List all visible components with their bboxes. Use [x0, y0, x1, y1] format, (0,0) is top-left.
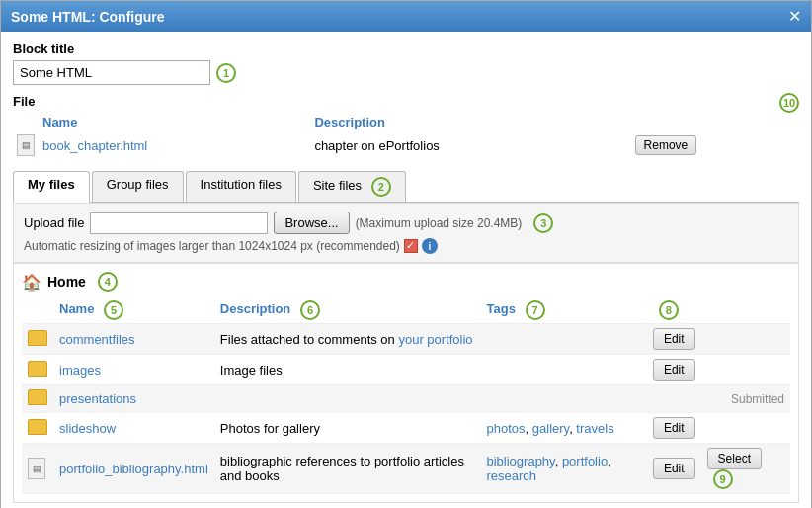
dialog-titlebar: Some HTML: Configure ✕: [1, 1, 811, 32]
step-6-indicator: 6: [300, 300, 320, 320]
resize-checkbox[interactable]: [404, 239, 418, 253]
step-7-indicator: 7: [526, 300, 545, 320]
item-tags: [481, 355, 647, 385]
item-tags: [481, 324, 647, 355]
tab-site-files[interactable]: Site files 2: [298, 171, 406, 202]
col-description: Description 6: [214, 297, 481, 324]
step-2-indicator: 2: [371, 177, 391, 197]
tag-link[interactable]: photos: [487, 421, 526, 436]
upload-section: Upload file Browse... (Maximum upload si…: [13, 203, 799, 263]
step-10-indicator: 10: [779, 93, 799, 113]
step-1-indicator: 1: [216, 63, 236, 83]
files-table: Name 5 Description 6 Tags 7 8: [22, 297, 790, 494]
tab-institution-files[interactable]: Institution files: [186, 171, 296, 202]
tag-link[interactable]: research: [487, 468, 537, 483]
col-name: Name 5: [53, 297, 214, 324]
item-description: Photos for gallery: [214, 413, 481, 444]
home-header: 🏠 Home 4: [22, 272, 790, 292]
upload-file-input[interactable]: [90, 212, 268, 234]
file-label: File: [13, 94, 35, 109]
dialog-body: Block title 1 File 10 Name Description: [1, 32, 811, 508]
max-size-text: (Maximum upload size 20.4MB): [356, 216, 523, 230]
select-button[interactable]: Select: [707, 448, 762, 469]
file-section: File 10 Name Description ▤ book_chapter.…: [13, 93, 799, 159]
item-description: bibliographic references to portfolio ar…: [214, 444, 481, 494]
tag-link[interactable]: portfolio: [562, 454, 608, 468]
item-description: [214, 385, 481, 413]
home-label: Home: [47, 274, 86, 290]
step-9-indicator: 9: [713, 469, 733, 489]
item-name-link[interactable]: slideshow: [59, 421, 116, 436]
block-title-input[interactable]: [13, 60, 210, 85]
submitted-label: Submitted: [731, 392, 784, 406]
upload-row: Upload file Browse... (Maximum upload si…: [24, 212, 788, 234]
upload-note: Automatic resizing of images larger than…: [24, 238, 788, 254]
folder-icon: [28, 389, 47, 405]
step-3-indicator: 3: [533, 213, 553, 233]
tag-link[interactable]: gallery: [532, 421, 569, 436]
step-8-indicator: 8: [659, 300, 679, 320]
edit-button[interactable]: Edit: [653, 328, 695, 350]
file-table: Name Description ▤ book_chapter.html cha…: [13, 113, 799, 159]
file-col-name: Name: [39, 113, 310, 131]
item-description: Files attached to comments on your portf…: [214, 324, 481, 355]
upload-label: Upload file: [24, 215, 84, 230]
table-row: commentfiles Files attached to comments …: [22, 324, 790, 355]
item-tags: bibliography, portfolio, research: [481, 444, 647, 494]
file-doc-icon: ▤: [28, 458, 45, 479]
edit-button[interactable]: Edit: [653, 417, 695, 439]
dialog-title: Some HTML: Configure: [11, 9, 165, 25]
files-area: 🏠 Home 4 Name 5 Description 6: [13, 263, 799, 503]
info-icon[interactable]: i: [422, 238, 438, 254]
step-5-indicator: 5: [104, 300, 123, 320]
col-actions: 8: [647, 297, 701, 324]
file-row: ▤ book_chapter.html chapter on ePortfoli…: [13, 131, 799, 159]
folder-icon: [28, 419, 47, 435]
file-description: chapter on ePortfolios: [310, 131, 630, 159]
tag-link[interactable]: bibliography: [487, 454, 555, 468]
item-tags: photos, gallery, travels: [481, 413, 647, 444]
close-button[interactable]: ✕: [788, 7, 801, 26]
item-tags: [481, 385, 647, 413]
col-tags: Tags 7: [481, 297, 647, 324]
item-name-link[interactable]: images: [59, 363, 101, 378]
browse-button[interactable]: Browse...: [274, 212, 349, 234]
file-remove-button[interactable]: Remove: [635, 135, 697, 155]
home-icon: 🏠: [22, 273, 41, 292]
step-4-indicator: 4: [98, 272, 118, 292]
tab-my-files[interactable]: My files: [13, 171, 90, 203]
item-name-link[interactable]: commentfiles: [59, 332, 135, 347]
table-row: presentations Submitted: [22, 385, 790, 413]
block-title-label: Block title: [13, 42, 799, 56]
edit-button[interactable]: Edit: [653, 359, 695, 381]
tag-link[interactable]: travels: [576, 421, 613, 436]
file-doc-icon: ▤: [17, 134, 35, 156]
tabs-bar: My files Group files Institution files S…: [13, 171, 799, 203]
file-col-description: Description: [310, 113, 630, 131]
table-row: ▤ portfolio_bibliography.html bibliograp…: [22, 444, 790, 494]
item-name-link[interactable]: portfolio_bibliography.html: [59, 462, 208, 476]
file-name-link[interactable]: book_chapter.html: [42, 138, 147, 153]
table-row: images Image files Edit: [22, 355, 790, 385]
item-description: Image files: [214, 355, 481, 385]
table-row: slideshow Photos for gallery photos, gal…: [22, 413, 790, 444]
folder-icon: [28, 330, 47, 346]
item-name-link[interactable]: presentations: [59, 391, 136, 406]
configure-dialog: Some HTML: Configure ✕ Block title 1 Fil…: [0, 0, 812, 508]
tab-group-files[interactable]: Group files: [92, 171, 184, 202]
folder-icon: [28, 361, 47, 377]
edit-button[interactable]: Edit: [653, 458, 695, 479]
